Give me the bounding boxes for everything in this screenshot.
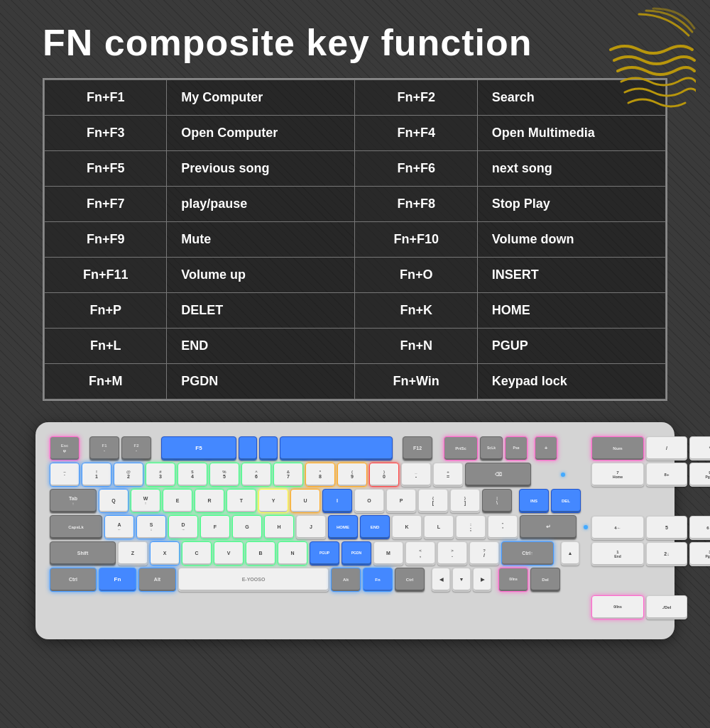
key-6[interactable]: ^ 6 [241, 463, 271, 487]
numpad-9[interactable]: 9 PgUp [689, 463, 710, 487]
key-minus[interactable]: _ - [401, 463, 431, 487]
key-lshift[interactable]: Shift [50, 541, 116, 566]
key-scroll[interactable]: ScLk [480, 436, 503, 460]
key-b[interactable]: B [246, 541, 275, 566]
key-up-arrow[interactable]: ▲ [561, 541, 579, 566]
key-i[interactable]: I [322, 489, 352, 513]
key-p[interactable]: P [386, 489, 416, 513]
key-f1[interactable]: F1 - [89, 436, 119, 460]
key-0[interactable]: ) 0 [369, 463, 399, 487]
numpad-slash[interactable]: / [646, 436, 687, 460]
key-fn2[interactable]: Fn [363, 568, 393, 592]
numpad-numlock[interactable]: Num [591, 436, 644, 460]
key-v[interactable]: V [214, 541, 244, 566]
key-end-kb[interactable]: END [360, 515, 390, 539]
key-capslock[interactable]: CapsLk [50, 515, 102, 539]
key-pgup-kb[interactable]: PGUP [310, 541, 339, 566]
key-quote[interactable]: "' [488, 515, 518, 539]
key-slash[interactable]: ?/ [469, 541, 499, 566]
key-a[interactable]: A← [104, 515, 134, 539]
key-q[interactable]: Q [99, 489, 129, 513]
key-space[interactable]: E-YOOSO [178, 568, 329, 592]
key-left-arrow[interactable]: ◀ [432, 568, 450, 592]
key-f12[interactable]: F12 [403, 436, 432, 460]
key-lctrl[interactable]: Ctrl [50, 568, 97, 592]
numpad-5[interactable]: 5 [646, 516, 687, 540]
key-home-kb[interactable]: HOME [328, 515, 358, 539]
key-plus[interactable]: + [535, 436, 557, 460]
key-h[interactable]: H [264, 515, 294, 539]
key-equal[interactable]: + = [433, 463, 463, 487]
key-u[interactable]: U [290, 489, 320, 513]
key-rbracket[interactable]: }] [450, 489, 480, 513]
numpad-0[interactable]: 0/Ins [591, 595, 644, 619]
key-f2[interactable]: F2 - [121, 436, 151, 460]
key-9[interactable]: ( 9 [337, 463, 367, 487]
key-f[interactable]: F [200, 515, 230, 539]
key-comma[interactable]: <, [405, 541, 435, 566]
key-del[interactable]: DEL [551, 489, 581, 513]
key-7[interactable]: & 7 [273, 463, 303, 487]
key-lalt[interactable]: Alt [138, 568, 176, 592]
key-w[interactable]: W↑ [131, 489, 160, 513]
key-right-arrow[interactable]: ▶ [473, 568, 491, 592]
key-rshift[interactable]: Ctrl↑ [501, 541, 554, 566]
key-k[interactable]: K [392, 515, 422, 539]
numpad-1[interactable]: 1 End [591, 542, 644, 566]
key-g[interactable]: G [232, 515, 262, 539]
key-f5[interactable]: F5 [161, 436, 236, 460]
numpad-8[interactable]: 8+ [646, 463, 687, 487]
key-e[interactable]: E [163, 489, 192, 513]
key-o[interactable]: O [354, 489, 384, 513]
key-0ins[interactable]: 0/Ins [498, 568, 528, 592]
numpad-dot[interactable]: ./Del [646, 595, 687, 619]
numpad-2[interactable]: 2↓ [646, 542, 687, 566]
key-l[interactable]: L [424, 515, 454, 539]
key-ralt[interactable]: Alt [331, 568, 361, 592]
numpad-7[interactable]: 7 Home [591, 463, 644, 487]
key-x[interactable]: X [150, 541, 180, 566]
key-backspace[interactable]: ⌫ [465, 463, 531, 487]
key-8[interactable]: * 8 [305, 463, 335, 487]
key-semicolon[interactable]: :; [456, 515, 486, 539]
key-tilde[interactable]: ~ ` [50, 463, 80, 487]
key-c[interactable]: C [182, 541, 212, 566]
key-fn[interactable]: Fn [99, 568, 136, 592]
numpad-4[interactable]: 4← [591, 516, 644, 540]
key-5[interactable]: % 5 [209, 463, 239, 487]
key-f8-f10[interactable] [280, 436, 393, 460]
key-t[interactable]: T [226, 489, 256, 513]
key-down-arrow[interactable]: ▼ [452, 568, 471, 592]
key-lbracket[interactable]: {[ [418, 489, 448, 513]
key-period[interactable]: >. [437, 541, 467, 566]
key-f7[interactable] [259, 436, 278, 460]
key-z[interactable]: Z [118, 541, 148, 566]
key-dot-del[interactable]: Del [530, 568, 560, 592]
key-s[interactable]: S↓ [136, 515, 166, 539]
key-y[interactable]: Y [258, 489, 288, 513]
key-ins[interactable]: INS [519, 489, 549, 513]
numpad-6[interactable]: 6→ [689, 516, 710, 540]
key-esc[interactable]: Esc φ [50, 436, 80, 460]
key-backslash[interactable]: |\ [482, 489, 512, 513]
fn-key-col: Fn+F11 [45, 258, 167, 293]
numpad-asterisk[interactable]: * [689, 436, 710, 460]
numpad-3[interactable]: 3 PgDn [689, 542, 710, 566]
key-pause[interactable]: Pse [505, 436, 528, 460]
key-d[interactable]: D→ [168, 515, 198, 539]
fn-func-col2: Keypad lock [477, 364, 665, 399]
key-r[interactable]: R [195, 489, 224, 513]
key-3[interactable]: # 3 [146, 463, 175, 487]
key-m[interactable]: M [373, 541, 403, 566]
key-4[interactable]: $ 4 [178, 463, 207, 487]
key-tab[interactable]: Tab ↑ [50, 489, 97, 513]
key-j[interactable]: J [296, 515, 326, 539]
key-rctrl2[interactable]: Ctrl [395, 568, 425, 592]
key-enter[interactable]: ↵ [520, 515, 577, 539]
key-f6[interactable] [239, 436, 257, 460]
key-prtsc[interactable]: PrtSc [444, 436, 478, 460]
key-2[interactable]: @ 2 [114, 463, 143, 487]
key-pgdn-kb[interactable]: PGDN [342, 541, 371, 566]
key-n[interactable]: N [278, 541, 307, 566]
key-1[interactable]: ! 1 [82, 463, 111, 487]
